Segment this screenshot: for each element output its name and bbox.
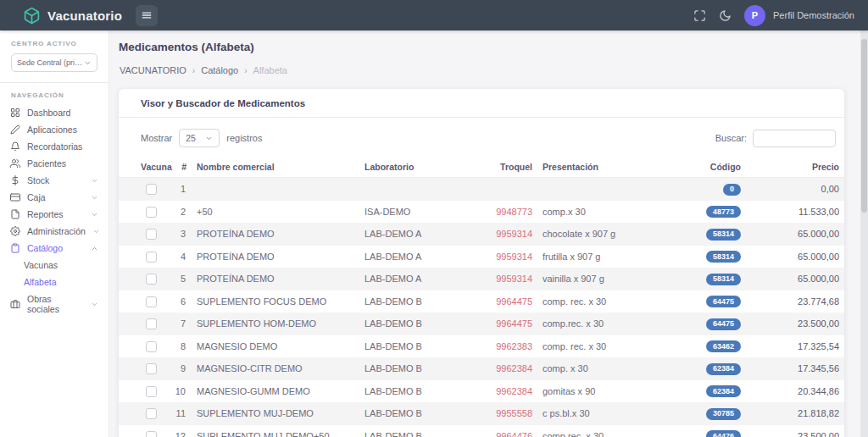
cell-presentacion: comp. rec. x 30 bbox=[537, 335, 670, 358]
cell-laboratorio: LAB-DEMO B bbox=[359, 335, 478, 358]
cell-troquel: 9955558 bbox=[478, 402, 537, 425]
sidebar-item-obras-sociales[interactable]: Obras sociales bbox=[0, 290, 108, 318]
table-row: 8 MAGNESIO DEMO LAB-DEMO B 9962383 comp.… bbox=[119, 335, 844, 358]
sidebar-item-pacientes[interactable]: Pacientes bbox=[0, 155, 108, 172]
cell-numero: 1 bbox=[166, 178, 192, 201]
sidebar: CENTRO ACTIVO Sede Central (princ... NAV… bbox=[0, 30, 109, 437]
cell-laboratorio: LAB-DEMO B bbox=[359, 357, 478, 380]
cell-nombre-comercial: +50 bbox=[192, 201, 359, 224]
cell-nombre-comercial: SUPLEMENTO FOCUS DEMO bbox=[192, 290, 359, 313]
row-checkbox[interactable] bbox=[146, 341, 157, 352]
header-vacuna[interactable]: Vacuna bbox=[119, 157, 166, 178]
dark-mode-moon-icon[interactable] bbox=[719, 9, 732, 22]
search-control: Buscar: bbox=[715, 130, 836, 147]
brand[interactable]: Vacunatorio bbox=[0, 7, 122, 25]
cell-presentacion: comp. x 30 bbox=[537, 357, 670, 380]
cell-nombre-comercial: MAGNESIO DEMO bbox=[192, 335, 359, 358]
sidebar-item-label: Dashboard bbox=[27, 108, 70, 118]
breadcrumb-separator: › bbox=[244, 66, 247, 75]
fullscreen-icon[interactable] bbox=[693, 9, 706, 22]
medications-card: Visor y Buscador de Medicamentos Mostrar… bbox=[119, 89, 844, 437]
cell-troquel: 9962383 bbox=[478, 335, 537, 358]
cell-nombre-comercial: SUPLEMENTO MUJ-DEMO bbox=[192, 402, 359, 425]
cell-presentacion bbox=[537, 178, 670, 201]
chevron-down-icon bbox=[205, 135, 213, 142]
cell-numero: 7 bbox=[166, 313, 192, 335]
sidebar-subitem-alfabeta[interactable]: Alfabeta bbox=[0, 274, 108, 290]
cell-precio: 17.345,56 bbox=[746, 357, 844, 380]
breadcrumb-item-catalogo[interactable]: Catálogo bbox=[201, 65, 238, 75]
cell-laboratorio: LAB-DEMO B bbox=[359, 380, 478, 403]
row-checkbox[interactable] bbox=[146, 229, 157, 240]
row-checkbox[interactable] bbox=[146, 252, 157, 263]
profile-name: Perfil Demostración bbox=[773, 10, 854, 20]
breadcrumb-item-alfabeta: Alfabeta bbox=[253, 65, 287, 75]
cell-troquel: 9962384 bbox=[478, 380, 537, 403]
length-suffix-label: registros bbox=[226, 133, 262, 143]
active-center-select[interactable]: Sede Central (princ... bbox=[11, 53, 97, 72]
chevron-down-icon bbox=[91, 194, 98, 202]
sidebar-subitem-vacunas[interactable]: Vacunas bbox=[0, 257, 108, 274]
active-center-label: CENTRO ACTIVO bbox=[11, 40, 97, 47]
header-laboratorio[interactable]: Laboratorio bbox=[359, 157, 478, 178]
header-presentacion[interactable]: Presentación bbox=[537, 157, 670, 178]
breadcrumb: VACUNATORIO›Catálogo›Alfabeta bbox=[120, 65, 287, 75]
page-size-select[interactable]: 25 bbox=[179, 129, 220, 147]
sidebar-item-aplicaciones[interactable]: Aplicaciones bbox=[0, 121, 108, 138]
hamburger-icon bbox=[141, 9, 153, 21]
cell-laboratorio bbox=[359, 178, 478, 201]
cell-presentacion: comp.rec. x 30 bbox=[537, 425, 670, 437]
codigo-badge: 63462 bbox=[706, 340, 741, 352]
nav-heading: NAVEGACIÓN bbox=[11, 91, 97, 99]
cell-presentacion: chocolate x 907 g bbox=[537, 223, 670, 246]
sidebar-item-label: Stock bbox=[27, 175, 49, 185]
box-logo-icon bbox=[23, 7, 41, 25]
file-icon bbox=[10, 209, 20, 219]
gear-icon bbox=[10, 226, 20, 236]
codigo-badge: 64475 bbox=[706, 296, 741, 307]
sidebar-item-recordatorias[interactable]: Recordatorias bbox=[0, 138, 108, 155]
brand-name: Vacunatorio bbox=[47, 8, 122, 23]
sidebar-item-caja[interactable]: Caja bbox=[0, 189, 108, 206]
header-nombre-comercial[interactable]: Nombre comercial bbox=[192, 157, 359, 178]
cell-laboratorio: LAB-DEMO B bbox=[359, 425, 478, 437]
header-troquel[interactable]: Troquel bbox=[478, 157, 537, 178]
sidebar-item-label: Obras sociales bbox=[27, 294, 84, 314]
sidebar-item-stock[interactable]: Stock bbox=[0, 172, 108, 189]
row-checkbox[interactable] bbox=[146, 296, 157, 307]
users-icon bbox=[10, 158, 20, 169]
chevron-down-icon bbox=[92, 228, 100, 235]
cell-numero: 8 bbox=[166, 335, 192, 358]
cell-troquel: 9964475 bbox=[478, 313, 537, 335]
profile-menu[interactable]: P Perfil Demostración bbox=[744, 5, 854, 26]
sidebar-item-catalogo[interactable]: Catálogo bbox=[0, 240, 108, 257]
row-checkbox[interactable] bbox=[146, 274, 157, 285]
row-checkbox[interactable] bbox=[146, 318, 157, 329]
row-checkbox[interactable] bbox=[146, 386, 157, 397]
sidebar-item-administracion[interactable]: Administración bbox=[0, 223, 108, 240]
page-scrollbar-track[interactable] bbox=[860, 30, 868, 437]
sidebar-item-dashboard[interactable]: Dashboard bbox=[0, 104, 108, 121]
page-scrollbar-thumb[interactable] bbox=[861, 39, 867, 213]
breadcrumb-item-vacunatorio[interactable]: VACUNATORIO bbox=[120, 65, 186, 75]
table-body: 1 0 0,00 2 +50 ISA-DEMO 9948773 comp.x 3… bbox=[119, 178, 844, 437]
sidebar-toggle-button[interactable] bbox=[136, 5, 158, 26]
sidebar-item-label: Caja bbox=[27, 192, 46, 202]
chevron-down-icon bbox=[91, 177, 98, 185]
row-checkbox[interactable] bbox=[146, 408, 157, 419]
row-checkbox[interactable] bbox=[146, 363, 157, 374]
row-checkbox[interactable] bbox=[146, 431, 157, 437]
header-precio[interactable]: Precio bbox=[746, 157, 844, 178]
cell-presentacion: c ps.bl.x 30 bbox=[537, 402, 670, 425]
page-length-control: Mostrar 25 registros bbox=[141, 129, 262, 147]
sidebar-item-reportes[interactable]: Reportes bbox=[0, 206, 108, 223]
cell-precio: 23.500,00 bbox=[746, 425, 844, 437]
codigo-badge: 0 bbox=[723, 184, 741, 196]
credit-card-icon bbox=[10, 192, 20, 202]
table-row: 6 SUPLEMENTO FOCUS DEMO LAB-DEMO B 99644… bbox=[119, 290, 844, 313]
row-checkbox[interactable] bbox=[146, 207, 157, 218]
row-checkbox[interactable] bbox=[146, 184, 157, 195]
search-input[interactable] bbox=[753, 130, 836, 147]
briefcase-icon bbox=[10, 299, 20, 309]
header-codigo[interactable]: Código bbox=[670, 157, 746, 178]
